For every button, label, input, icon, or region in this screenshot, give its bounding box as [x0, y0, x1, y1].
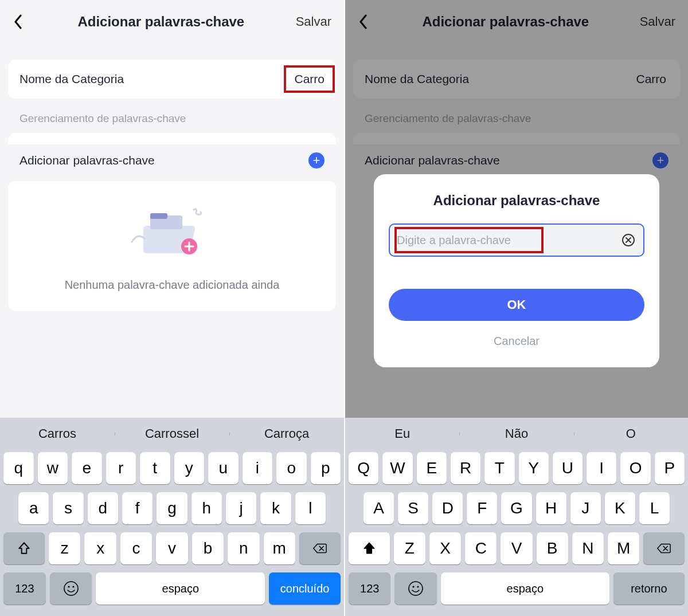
page-title: Adicionar palavras-chave [77, 14, 244, 30]
key[interactable]: E [417, 452, 447, 484]
key[interactable]: C [465, 532, 497, 564]
keyboard-row: A S D F G H J K L [349, 492, 685, 524]
emoji-key[interactable] [394, 572, 436, 605]
key[interactable]: s [53, 492, 83, 524]
key[interactable]: O [620, 452, 650, 484]
key[interactable]: u [208, 452, 239, 484]
add-keyword-row[interactable]: Adicionar palavras-chave + [8, 144, 336, 178]
category-value: Carro [294, 72, 325, 85]
key[interactable]: M [608, 532, 639, 564]
key[interactable]: S [398, 492, 428, 524]
space-key[interactable]: espaço [441, 572, 609, 605]
keyword-input[interactable] [397, 225, 620, 256]
svg-point-5 [72, 586, 74, 587]
key[interactable]: w [38, 452, 68, 484]
key[interactable]: B [537, 532, 568, 564]
suggestion-row: Eu Não O [345, 418, 688, 450]
empty-card: Nenhuma palavra-chave adicionada ainda [8, 181, 336, 311]
backspace-key[interactable] [643, 532, 685, 564]
key[interactable]: H [536, 492, 566, 524]
key[interactable]: i [243, 452, 273, 484]
keyboard-row: 123 espaço retorno [349, 572, 685, 605]
category-label: Nome da Categoria [19, 72, 124, 86]
key[interactable]: I [587, 452, 616, 484]
screen-right: Adicionar palavras-chave Salvar Nome da … [344, 0, 688, 616]
key[interactable]: e [72, 452, 102, 484]
empty-folder-icon [126, 198, 218, 267]
save-button[interactable]: Salvar [296, 14, 331, 29]
key[interactable]: p [311, 452, 341, 484]
suggestion[interactable]: Carros [0, 426, 115, 441]
svg-point-3 [64, 582, 78, 595]
numbers-key[interactable]: 123 [3, 572, 46, 605]
key[interactable]: y [174, 452, 205, 484]
key[interactable]: a [18, 492, 49, 524]
key[interactable]: J [570, 492, 601, 524]
key[interactable]: h [191, 492, 222, 524]
space-key[interactable]: espaço [96, 572, 265, 605]
shift-key[interactable] [3, 532, 45, 564]
cancel-button[interactable]: Cancelar [389, 332, 644, 352]
action-key[interactable]: retorno [613, 572, 685, 605]
action-key[interactable]: concluído [269, 572, 341, 605]
ok-button[interactable]: OK [389, 289, 644, 321]
key[interactable]: x [84, 532, 116, 564]
key[interactable]: n [228, 532, 259, 564]
key[interactable]: V [501, 532, 532, 564]
key[interactable]: f [122, 492, 153, 524]
keyword-input-wrap [389, 223, 644, 257]
shift-key[interactable] [349, 532, 390, 564]
key[interactable]: K [605, 492, 635, 524]
key[interactable]: v [156, 532, 187, 564]
card-edge [8, 133, 336, 144]
key[interactable]: z [49, 532, 80, 564]
highlight-box: Carro [284, 65, 335, 93]
backspace-key[interactable] [299, 532, 341, 564]
suggestion[interactable]: Carrossel [115, 426, 229, 441]
key[interactable]: G [501, 492, 531, 524]
key[interactable]: r [106, 452, 136, 484]
key[interactable]: d [88, 492, 118, 524]
suggestion[interactable]: Eu [345, 426, 459, 441]
key[interactable]: W [382, 452, 412, 484]
key[interactable]: j [226, 492, 256, 524]
key[interactable]: R [451, 452, 480, 484]
key[interactable]: N [572, 532, 604, 564]
modal-title: Adicionar palavras-chave [389, 193, 644, 209]
suggestion-row: Carros Carrossel Carroça [0, 418, 344, 450]
key[interactable]: b [192, 532, 224, 564]
key[interactable]: A [363, 492, 394, 524]
key[interactable]: q [3, 452, 34, 484]
header: Adicionar palavras-chave Salvar [0, 0, 344, 44]
key[interactable]: g [157, 492, 187, 524]
key[interactable]: X [429, 532, 461, 564]
keyboard-row: 123 espaço concluído [3, 572, 341, 605]
suggestion[interactable]: O [574, 426, 688, 441]
key[interactable]: T [484, 452, 514, 484]
keyboard-row: a s d f g h j k l [3, 492, 341, 524]
svg-point-4 [68, 586, 69, 587]
key[interactable]: F [467, 492, 497, 524]
plus-icon[interactable]: + [308, 152, 325, 168]
suggestion[interactable]: Carroça [229, 426, 344, 441]
key[interactable]: c [120, 532, 152, 564]
key[interactable]: Y [519, 452, 549, 484]
key[interactable]: L [639, 492, 670, 524]
numbers-key[interactable]: 123 [349, 572, 390, 605]
key[interactable]: k [260, 492, 291, 524]
keyboard: Carros Carrossel Carroça q w e r t y u i… [0, 418, 344, 616]
key[interactable]: U [553, 452, 583, 484]
key[interactable]: t [140, 452, 170, 484]
clear-input-icon[interactable] [620, 232, 636, 248]
emoji-key[interactable] [50, 572, 92, 605]
suggestion[interactable]: Não [459, 426, 573, 441]
key[interactable]: Z [394, 532, 425, 564]
category-row[interactable]: Nome da Categoria Carro [19, 72, 325, 86]
key[interactable]: l [295, 492, 326, 524]
key[interactable]: D [432, 492, 463, 524]
key[interactable]: P [655, 452, 685, 484]
back-button[interactable] [10, 14, 26, 30]
key[interactable]: o [276, 452, 307, 484]
key[interactable]: Q [349, 452, 378, 484]
key[interactable]: m [264, 532, 295, 564]
